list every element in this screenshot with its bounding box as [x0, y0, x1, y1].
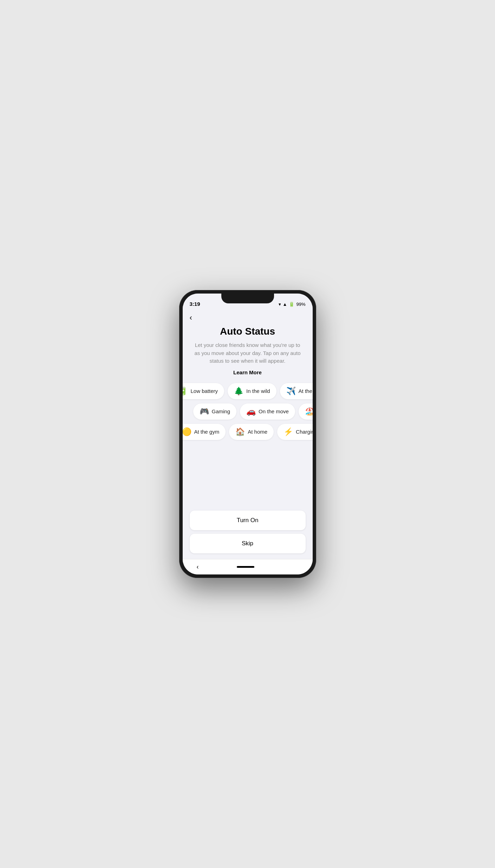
back-button[interactable]: ‹: [190, 313, 192, 322]
turn-on-button[interactable]: Turn On: [190, 511, 306, 530]
chip-on-the-move[interactable]: 🚗 On the move: [240, 403, 295, 420]
battery-percent: 99%: [296, 302, 305, 307]
chip-label-at-the-airport: At the airport: [299, 388, 313, 394]
chip-emoji-gaming: 🎮: [200, 407, 209, 416]
chip-at-the-airport[interactable]: ✈️ At the airport: [280, 383, 313, 399]
status-time: 3:19: [190, 301, 200, 307]
home-indicator[interactable]: [237, 566, 254, 568]
chip-emoji-at-the-beach: 🏖️: [305, 407, 313, 416]
chip-label-charging: Charging: [296, 429, 312, 435]
main-content: ‹ Auto Status Let your close friends kno…: [183, 309, 313, 574]
skip-button[interactable]: Skip: [190, 534, 306, 553]
chip-label-gaming: Gaming: [212, 408, 230, 414]
phone-screen: 3:19 ▾ ▲ 🔋 99% ‹ Auto Status Let your cl…: [183, 294, 313, 574]
bottom-section: Turn On Skip: [183, 507, 313, 559]
chip-at-the-gym[interactable]: 🟡 At the gym: [183, 424, 226, 440]
chip-gaming[interactable]: 🎮 Gaming: [193, 403, 237, 420]
chip-label-at-the-gym: At the gym: [194, 429, 220, 435]
wifi-icon: ▾: [279, 302, 281, 307]
chip-emoji-charging: ⚡: [284, 427, 293, 436]
chip-emoji-at-the-airport: ✈️: [286, 387, 296, 396]
back-button-area: ‹: [183, 309, 313, 322]
chip-emoji-in-the-wild: 🌲: [234, 387, 243, 396]
page-subtitle: Let your close friends know what you're …: [193, 341, 302, 365]
status-icons: ▾ ▲ 🔋 99%: [279, 302, 306, 307]
phone-device: 3:19 ▾ ▲ 🔋 99% ‹ Auto Status Let your cl…: [179, 290, 316, 578]
chip-emoji-on-the-move: 🚗: [246, 407, 256, 416]
chips-row-2: 🎮 Gaming 🚗 On the move 🏖️ At the beach: [183, 401, 313, 422]
chip-at-home[interactable]: 🏠 At home: [229, 424, 274, 440]
chip-in-the-wild[interactable]: 🌲 In the wild: [228, 383, 276, 399]
title-section: Auto Status Let your close friends know …: [183, 322, 313, 375]
chips-area: 🔋 Low battery 🌲 In the wild ✈️ At the ai…: [183, 375, 313, 507]
chips-row-1: 🔋 Low battery 🌲 In the wild ✈️ At the ai…: [183, 381, 313, 401]
chip-emoji-at-home: 🏠: [235, 427, 245, 436]
nav-bar: ‹: [183, 559, 313, 574]
chip-label-low-battery: Low battery: [191, 388, 218, 394]
chip-label-on-the-move: On the move: [259, 408, 289, 414]
phone-notch: [221, 294, 274, 303]
chips-row-3: 🟡 At the gym 🏠 At home ⚡ Charging: [183, 422, 313, 442]
chip-label-at-home: At home: [248, 429, 267, 435]
signal-icon: ▲: [283, 302, 287, 307]
learn-more-link[interactable]: Learn More: [193, 369, 302, 375]
chip-emoji-at-the-gym: 🟡: [183, 427, 191, 436]
chip-low-battery[interactable]: 🔋 Low battery: [183, 383, 224, 399]
page-title: Auto Status: [193, 326, 302, 337]
nav-back-button[interactable]: ‹: [197, 563, 199, 571]
chip-at-the-beach[interactable]: 🏖️ At the beach: [299, 403, 313, 420]
chip-label-in-the-wild: In the wild: [246, 388, 270, 394]
chip-emoji-low-battery: 🔋: [183, 387, 188, 396]
battery-icon: 🔋: [289, 302, 294, 307]
chip-charging[interactable]: ⚡ Charging: [277, 424, 312, 440]
